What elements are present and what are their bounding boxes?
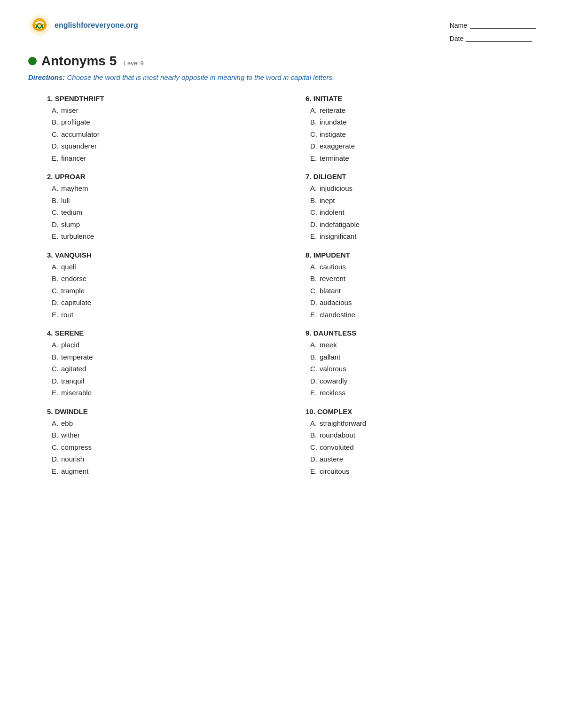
question-block: 5. DWINDLEA.ebbB.witherC.compressD.nouri…: [47, 407, 277, 478]
question-block: 1. SPENDTHRIFTA.miserB.profligateC.accum…: [47, 94, 277, 164]
list-item: C.convoluted: [310, 441, 536, 454]
list-item: C.agitated: [52, 363, 277, 375]
option-letter: B.: [310, 351, 320, 363]
option-text: endorse: [61, 274, 86, 282]
option-text: inundate: [320, 118, 347, 126]
list-item: C.tedium: [52, 206, 277, 219]
option-letter: A.: [310, 339, 320, 351]
option-text: trample: [61, 287, 85, 295]
option-text: placid: [61, 341, 79, 349]
option-letter: A.: [52, 104, 61, 117]
option-text: ebb: [61, 419, 73, 427]
option-letter: C.: [52, 206, 61, 219]
list-item: E.terminate: [310, 152, 536, 164]
option-text: agitated: [61, 365, 86, 373]
option-text: meek: [320, 341, 337, 349]
option-letter: A.: [310, 261, 320, 273]
question-number-line: 8. IMPUDENT: [306, 251, 536, 259]
directions: Directions: Choose the word that is most…: [28, 72, 536, 83]
option-text: quell: [61, 263, 76, 271]
date-label: Date: [450, 32, 464, 45]
list-item: D.indefatigable: [310, 219, 536, 231]
list-item: C.trample: [52, 285, 277, 297]
option-text: lull: [61, 196, 70, 204]
date-field: [466, 35, 532, 42]
option-text: terminate: [320, 154, 349, 162]
option-text: nourish: [61, 455, 84, 463]
list-item: A.ebb: [52, 417, 277, 430]
question-number-line: 6. INITIATE: [306, 94, 536, 102]
option-letter: E.: [310, 387, 320, 399]
level-badge: Level 9: [124, 60, 144, 67]
list-item: B.endorse: [52, 273, 277, 285]
list-item: D.nourish: [52, 453, 277, 465]
option-letter: D.: [52, 219, 61, 231]
option-text: slump: [61, 220, 80, 228]
question-number-line: 7. DILIGENT: [306, 172, 536, 180]
list-item: E.circuitous: [310, 465, 536, 478]
list-item: A.mayhem: [52, 182, 277, 195]
directions-text: Choose the word that is most nearly oppo…: [65, 73, 334, 81]
list-item: D.austere: [310, 453, 536, 465]
list-item: D.capitulate: [52, 297, 277, 309]
option-letter: A.: [310, 417, 320, 430]
question-number-line: 3. VANQUISH: [47, 251, 277, 259]
option-text: augment: [61, 467, 88, 475]
title-row: Antonyms 5 Level 9: [28, 54, 536, 69]
list-item: C.blatant: [310, 285, 536, 297]
list-item: B.roundabout: [310, 429, 536, 441]
option-text: mayhem: [61, 184, 88, 192]
list-item: C.accumulator: [52, 128, 277, 141]
list-item: B.wither: [52, 429, 277, 441]
option-letter: D.: [310, 297, 320, 309]
list-item: E.reckless: [310, 387, 536, 399]
list-item: B.inept: [310, 195, 536, 207]
logo-area: englishforeveryone.org: [28, 14, 138, 37]
option-letter: D.: [52, 375, 61, 387]
option-letter: D.: [52, 453, 61, 465]
header: englishforeveryone.org Name Date: [28, 14, 536, 45]
option-text: reiterate: [320, 106, 345, 114]
option-letter: B.: [52, 429, 61, 441]
page-title: Antonyms 5 Level 9: [41, 54, 144, 69]
list-item: D.exaggerate: [310, 140, 536, 152]
option-letter: C.: [310, 206, 320, 219]
list-item: D.squanderer: [52, 140, 277, 152]
option-letter: E.: [52, 309, 61, 321]
option-letter: A.: [52, 261, 61, 273]
option-text: miser: [61, 106, 78, 114]
option-text: temperate: [61, 353, 93, 361]
option-text: accumulator: [61, 130, 100, 138]
option-text: roundabout: [320, 431, 355, 439]
option-letter: E.: [52, 387, 61, 399]
question-block: 4. SERENEA.placidB.temperateC.agitatedD.…: [47, 329, 277, 399]
option-letter: D.: [310, 453, 320, 465]
name-date-area: Name Date: [450, 14, 536, 45]
list-item: C.instigate: [310, 128, 536, 141]
question-block: 3. VANQUISHA.quellB.endorseC.trampleD.ca…: [47, 251, 277, 321]
list-item: E.turbulence: [52, 230, 277, 243]
option-letter: C.: [52, 441, 61, 454]
option-text: straightforward: [320, 419, 366, 427]
option-letter: D.: [52, 140, 61, 152]
option-letter: C.: [52, 363, 61, 375]
option-text: miserable: [61, 389, 92, 397]
list-item: A.miser: [52, 104, 277, 117]
logo-text: englishforeveryone.org: [55, 21, 138, 30]
list-item: B.gallant: [310, 351, 536, 363]
option-letter: A.: [52, 339, 61, 351]
option-text: wither: [61, 431, 80, 439]
option-letter: B.: [310, 429, 320, 441]
list-item: A.reiterate: [310, 104, 536, 117]
question-block: 6. INITIATEA.reiterateB.inundateC.instig…: [306, 94, 536, 164]
option-letter: A.: [52, 417, 61, 430]
option-letter: E.: [310, 230, 320, 243]
list-item: D.slump: [52, 219, 277, 231]
option-text: austere: [320, 455, 343, 463]
option-text: tedium: [61, 208, 82, 216]
list-item: E.financer: [52, 152, 277, 164]
question-block: 9. DAUNTLESSA.meekB.gallantC.valorousD.c…: [306, 329, 536, 399]
option-letter: B.: [52, 351, 61, 363]
option-text: capitulate: [61, 298, 91, 306]
option-letter: B.: [310, 195, 320, 207]
